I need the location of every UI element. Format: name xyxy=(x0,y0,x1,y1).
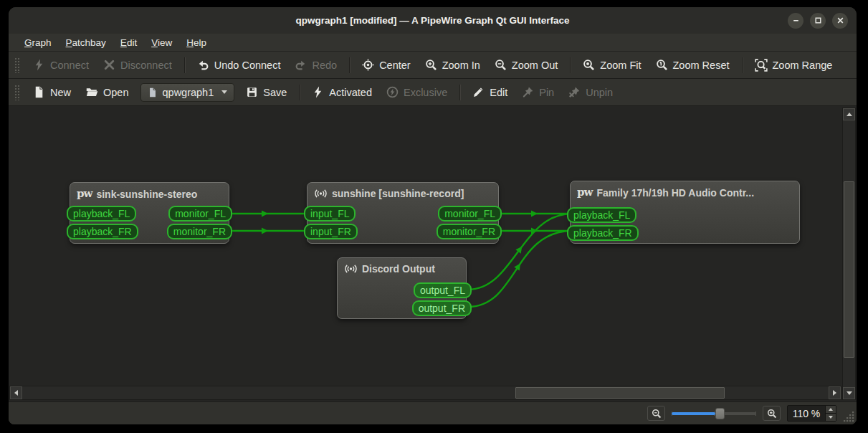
spin-down-button[interactable] xyxy=(826,413,836,421)
node-header: sunshine [sunshine-record] xyxy=(307,183,498,199)
open-label: Open xyxy=(103,87,128,98)
statusbar-zoom-in-button[interactable] xyxy=(763,406,781,421)
zoom-in-icon xyxy=(767,409,777,419)
undo-icon xyxy=(197,59,209,71)
scroll-up-button[interactable] xyxy=(843,108,855,120)
redo-icon xyxy=(295,59,307,71)
zoom-in-button[interactable]: Zoom In xyxy=(418,55,487,75)
port-output[interactable]: monitor_FR xyxy=(167,224,232,239)
save-button[interactable]: Save xyxy=(239,82,294,102)
node-title: sunshine [sunshine-record] xyxy=(332,188,464,199)
activated-toggle[interactable]: Activated xyxy=(305,82,379,102)
unpin-label: Unpin xyxy=(586,87,613,98)
minimize-button[interactable] xyxy=(788,13,803,29)
port-output[interactable]: monitor_FL xyxy=(438,206,502,222)
port-input[interactable]: playback_FL xyxy=(567,207,636,223)
unpin-icon xyxy=(568,86,581,98)
vertical-scroll-thumb[interactable] xyxy=(844,181,854,358)
zoom-range-icon xyxy=(755,59,768,72)
zoom-in-label: Zoom In xyxy=(442,60,480,71)
zoom-slider-handle[interactable] xyxy=(715,408,725,419)
port-output[interactable]: output_FR xyxy=(412,300,472,316)
zoom-value[interactable]: 110 % xyxy=(788,406,825,421)
triangle-up-icon xyxy=(846,113,852,116)
zoom-reset-button[interactable]: Zoom Reset xyxy=(649,55,737,75)
node-title: Family 17h/19h HD Audio Contr... xyxy=(596,187,754,199)
port-input[interactable]: input_FL xyxy=(304,206,356,222)
center-button[interactable]: Center xyxy=(355,55,418,75)
undo-connect-button[interactable]: Undo Connect xyxy=(190,55,288,75)
scroll-down-button[interactable] xyxy=(843,387,855,399)
triangle-down-icon xyxy=(829,416,833,419)
toolbar-drag-handle[interactable] xyxy=(14,85,20,100)
node-sunshine[interactable]: sunshine [sunshine-record] input_FL moni… xyxy=(307,182,499,244)
exclusive-bolt-icon xyxy=(386,86,399,98)
activated-bolt-icon xyxy=(312,86,324,98)
triangle-right-icon xyxy=(833,390,836,396)
menu-graph[interactable]: Graph xyxy=(17,35,59,50)
zoom-range-button[interactable]: Zoom Range xyxy=(748,55,840,75)
save-label: Save xyxy=(263,87,287,98)
maximize-button[interactable] xyxy=(810,13,826,29)
port-input[interactable]: playback_FR xyxy=(567,225,639,241)
statusbar: 110 % xyxy=(9,401,857,424)
scroll-left-button[interactable] xyxy=(10,386,22,399)
node-sink-sunshine-stereo[interactable]: pw sink-sunshine-stereo playback_FL moni… xyxy=(70,182,229,244)
app-window: qpwgraph1 [modified] — A PipeWire Graph … xyxy=(9,7,857,424)
pin-button: Pin xyxy=(515,82,561,102)
exclusive-label: Exclusive xyxy=(404,87,447,98)
horizontal-scrollbar[interactable] xyxy=(9,386,841,400)
zoom-out-button[interactable]: Zoom Out xyxy=(487,55,565,75)
window-resize-grip[interactable] xyxy=(844,411,854,422)
menu-edit[interactable]: Edit xyxy=(113,35,144,50)
port-input[interactable]: playback_FR xyxy=(67,224,138,239)
menubar: Graph Patchbay Edit View Help xyxy=(9,34,857,52)
patchbay-select[interactable]: qpwgraph1 xyxy=(140,83,235,102)
wire-arrowhead xyxy=(531,211,538,217)
toolbar-drag-handle[interactable] xyxy=(14,57,20,73)
statusbar-zoom-out-button[interactable] xyxy=(647,406,665,421)
graph-canvas[interactable]: pw sink-sunshine-stereo playback_FL moni… xyxy=(9,106,857,401)
center-label: Center xyxy=(379,60,411,71)
edit-label: Edit xyxy=(490,87,507,98)
exclusive-toggle: Exclusive xyxy=(379,82,454,102)
horizontal-scroll-thumb[interactable] xyxy=(515,387,725,399)
port-output[interactable]: output_FL xyxy=(414,282,472,298)
patchbay-select-value: qpwgraph1 xyxy=(163,87,214,98)
port-input[interactable]: input_FR xyxy=(304,224,358,239)
zoom-fit-icon xyxy=(583,59,595,71)
node-family-hd-audio[interactable]: pw Family 17h/19h HD Audio Contr... play… xyxy=(570,181,800,244)
menu-patchbay[interactable]: Patchbay xyxy=(59,35,113,50)
menu-view[interactable]: View xyxy=(144,35,179,50)
port-output[interactable]: monitor_FR xyxy=(437,224,502,239)
disconnect-button: Disconnect xyxy=(96,55,179,75)
connection-wires xyxy=(9,106,857,401)
toolbar-separator xyxy=(184,57,185,73)
port-input[interactable]: playback_FL xyxy=(67,206,136,222)
scroll-right-button[interactable] xyxy=(829,386,841,399)
edit-button[interactable]: Edit xyxy=(465,82,515,102)
zoom-out-icon xyxy=(652,409,662,419)
pin-label: Pin xyxy=(539,87,554,98)
node-header: Discord Output xyxy=(338,258,466,275)
titlebar[interactable]: qpwgraph1 [modified] — A PipeWire Graph … xyxy=(9,7,857,34)
new-button[interactable]: New xyxy=(26,82,78,102)
port-output[interactable]: monitor_FL xyxy=(168,206,232,222)
node-title: sink-sunshine-stereo xyxy=(96,189,197,200)
open-button[interactable]: Open xyxy=(78,82,135,102)
menu-help[interactable]: Help xyxy=(179,35,214,50)
spin-up-button[interactable] xyxy=(826,406,836,413)
patchbay-toolbar: New Open qpwgraph1 Save Activated Exclus… xyxy=(9,79,857,106)
vertical-scrollbar[interactable] xyxy=(842,108,856,400)
node-discord-output[interactable]: Discord Output output_FL output_FR xyxy=(337,257,467,319)
spin-buttons xyxy=(825,406,836,421)
zoom-out-icon xyxy=(495,59,507,71)
node-header: pw Family 17h/19h HD Audio Contr... xyxy=(571,181,799,199)
toolbar-separator xyxy=(742,57,743,73)
zoom-spinbox[interactable]: 110 % xyxy=(787,405,836,422)
close-button[interactable] xyxy=(832,13,848,29)
disconnect-icon xyxy=(103,59,115,71)
zoom-slider[interactable] xyxy=(672,408,756,419)
zoom-fit-button[interactable]: Zoom Fit xyxy=(576,55,648,75)
zoom-slider-fill xyxy=(672,412,715,415)
